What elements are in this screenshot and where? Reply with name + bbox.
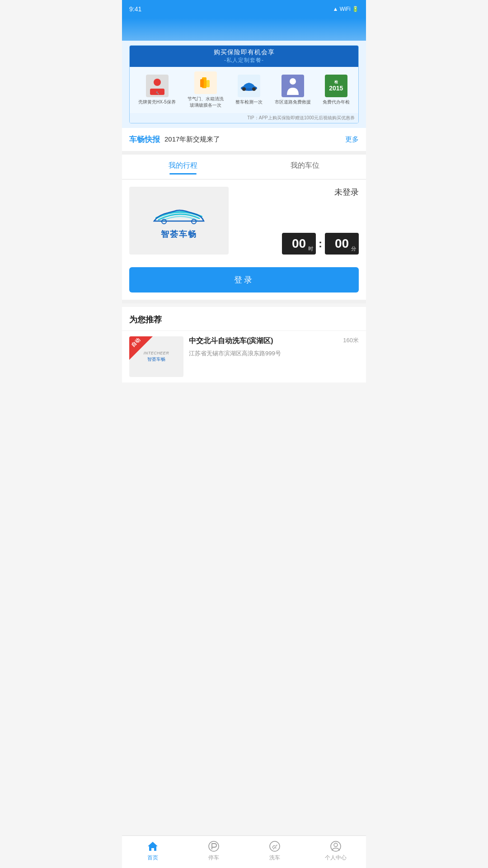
timer-display: 00 时 : 00 分 bbox=[236, 233, 359, 255]
car-logo-svg bbox=[150, 202, 208, 227]
banner-item-1: 🔧 壳牌黄壳HX-5保养 bbox=[138, 75, 176, 105]
timer-hours-box: 00 时 bbox=[282, 233, 316, 255]
timer-hours: 00 bbox=[292, 236, 306, 250]
banner-icon-2015: 检 2015 bbox=[325, 75, 347, 97]
recommend-title: 为您推荐 bbox=[122, 307, 366, 330]
banner-item-3: 整车检测一次 bbox=[235, 75, 263, 105]
svg-point-8 bbox=[252, 87, 256, 91]
top-header bbox=[122, 18, 366, 41]
news-title: 2017年新交规来了 bbox=[164, 135, 341, 144]
banner-title-line1: 购买保险即有机会享 bbox=[132, 48, 356, 57]
section-divider-2 bbox=[122, 300, 366, 303]
banner-item-5: 检 2015 免费代办年检 bbox=[323, 75, 350, 105]
banner-body: 🔧 壳牌黄壳HX-5保养 节气门、水箱清洗 玻璃镀膜各一次 bbox=[130, 67, 358, 113]
banner-item-label-3: 整车检测一次 bbox=[235, 99, 263, 105]
recommend-item[interactable]: 自动 INTECHEER 智荟车畅 中交北斗自动洗车(滨湖区) 160米 江苏省… bbox=[122, 330, 366, 382]
banner-item-2: 节气门、水箱清洗 玻璃镀膜各一次 bbox=[188, 71, 224, 108]
status-bar: 9:41 ▲ WiFi 🔋 bbox=[122, 0, 366, 18]
timer-minutes-box: 00 分 bbox=[325, 233, 359, 255]
login-button[interactable]: 登录 bbox=[129, 267, 359, 292]
timer-minutes: 00 bbox=[335, 236, 349, 250]
banner-icon-worker: 🔧 bbox=[146, 75, 169, 97]
banner-icon-oil bbox=[194, 71, 217, 94]
brand-name-cn: 智荟车畅 bbox=[150, 229, 208, 240]
news-tag: 车畅快报 bbox=[129, 134, 160, 145]
timer-minutes-unit: 分 bbox=[351, 245, 356, 252]
banner-item-label-1: 壳牌黄壳HX-5保养 bbox=[138, 99, 176, 105]
recommend-name-row: 中交北斗自动洗车(滨湖区) 160米 bbox=[189, 336, 359, 346]
banner-header: 购买保险即有机会享 -私人定制套餐- bbox=[130, 46, 358, 67]
news-bar: 车畅快报 2017年新交规来了 更多 bbox=[122, 128, 366, 151]
banner: 购买保险即有机会享 -私人定制套餐- 🔧 壳牌黄壳HX-5保养 bbox=[129, 45, 359, 123]
tab-my-trip[interactable]: 我的行程 bbox=[122, 155, 244, 179]
svg-point-9 bbox=[290, 78, 296, 85]
tab-underline bbox=[169, 173, 197, 175]
tab-bar: 我的行程 我的车位 bbox=[122, 155, 366, 179]
banner-item-label-2: 节气门、水箱清洗 玻璃镀膜各一次 bbox=[188, 96, 224, 108]
timer-hours-unit: 时 bbox=[308, 245, 313, 252]
banner-container: 购买保险即有机会享 -私人定制套餐- 🔧 壳牌黄壳HX-5保养 bbox=[122, 41, 366, 128]
svg-point-0 bbox=[154, 79, 161, 86]
tab-my-parking-label: 我的车位 bbox=[291, 161, 319, 169]
timer-colon: : bbox=[319, 237, 322, 250]
banner-title-line2: -私人定制套餐- bbox=[132, 57, 356, 64]
recommend-name: 中交北斗自动洗车(滨湖区) bbox=[189, 336, 339, 346]
brand-logo: 智荟车畅 bbox=[150, 202, 208, 240]
trip-logo-box: 智荟车畅 bbox=[129, 187, 229, 255]
tab-my-trip-label: 我的行程 bbox=[169, 161, 197, 169]
svg-rect-5 bbox=[206, 80, 210, 87]
recommend-info: 中交北斗自动洗车(滨湖区) 160米 江苏省无锡市滨湖区高浪东路999号 bbox=[189, 336, 359, 377]
trip-right: 未登录 00 时 : 00 分 bbox=[236, 187, 359, 255]
banner-item-label-4: 市区道路免费救援 bbox=[275, 99, 311, 105]
trip-section: 智荟车畅 未登录 00 时 : 00 分 bbox=[122, 179, 366, 262]
banner-icon-person bbox=[282, 75, 304, 97]
recommend-image: 自动 INTECHEER 智荟车畅 bbox=[129, 336, 183, 377]
recommend-distance: 160米 bbox=[343, 336, 359, 344]
banner-item-4: 市区道路免费救援 bbox=[275, 75, 311, 105]
tab-my-parking[interactable]: 我的车位 bbox=[244, 155, 366, 179]
svg-point-7 bbox=[242, 87, 246, 91]
not-logged-text: 未登录 bbox=[236, 187, 359, 198]
banner-item-label-5: 免费代办年检 bbox=[323, 99, 350, 105]
section-divider bbox=[122, 151, 366, 155]
login-section: 登录 bbox=[122, 262, 366, 300]
status-icons: ▲ WiFi 🔋 bbox=[333, 6, 359, 12]
banner-icon-car bbox=[238, 75, 260, 97]
recommend-section: 为您推荐 自动 INTECHEER 智荟车畅 中交北斗自动洗车(滨湖区) 160… bbox=[122, 307, 366, 382]
recommend-address: 江苏省无锡市滨湖区高浪东路999号 bbox=[189, 349, 359, 358]
svg-text:🔧: 🔧 bbox=[155, 91, 159, 95]
svg-rect-4 bbox=[200, 79, 204, 87]
status-time: 9:41 bbox=[129, 5, 141, 13]
banner-tip: TIP：APP上购买保险即赠送1000元后视镜购买优惠券 bbox=[130, 113, 358, 123]
news-more-button[interactable]: 更多 bbox=[345, 135, 359, 144]
